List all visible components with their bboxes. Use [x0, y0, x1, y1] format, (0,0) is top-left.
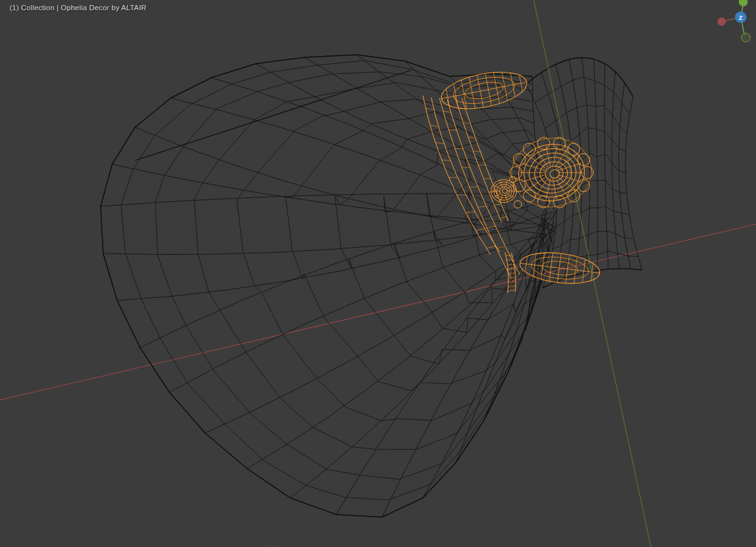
dress-mesh-wireframe[interactable] — [101, 55, 642, 517]
3d-viewport[interactable]: (1) Collection | Ophelia Decor by ALTAIR… — [0, 0, 756, 547]
gizmo-axis-x-neg-ball[interactable] — [718, 18, 726, 26]
navigation-gizmo[interactable]: Z — [703, 0, 756, 59]
gizmo-axis-y-neg-ball[interactable] — [741, 33, 750, 42]
axis-lines — [0, 224, 756, 547]
gizmo-z-label: Z — [739, 14, 743, 21]
selected-ornaments-wireframe[interactable] — [423, 66, 601, 293]
gizmo-axis-y-ball[interactable] — [739, 0, 748, 6]
viewport-header-text: (1) Collection | Ophelia Decor by ALTAIR — [10, 4, 146, 11]
y-axis-line — [534, 0, 651, 547]
wireframe-scene — [0, 0, 756, 547]
